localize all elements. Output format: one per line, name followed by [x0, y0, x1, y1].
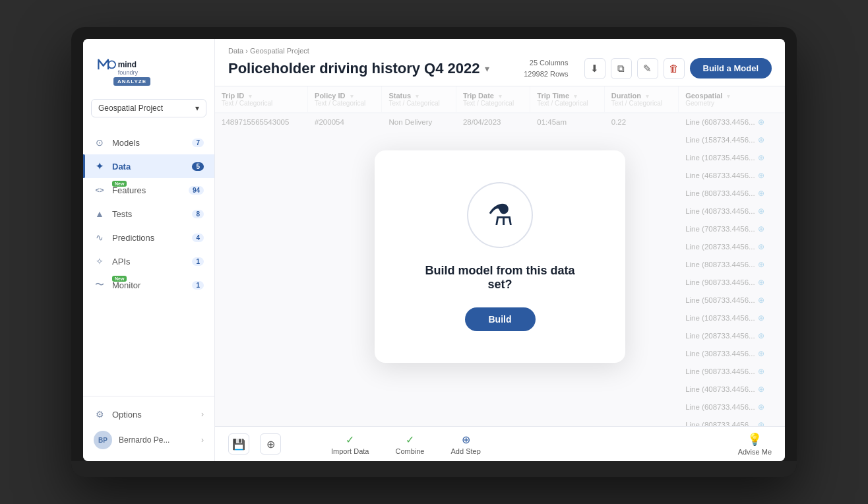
models-icon: ⊙	[94, 137, 106, 148]
breadcrumb: Data › Geospatial Project	[228, 47, 772, 55]
main-content: Data › Geospatial Project Policeholder d…	[215, 39, 785, 461]
add-step-label: Add Step	[451, 447, 481, 455]
breadcrumb-project[interactable]: Geospatial Project	[250, 47, 309, 55]
user-item[interactable]: BP Bernardo Pe... ›	[83, 425, 214, 455]
rows-count: 129982 Rows	[524, 69, 568, 80]
options-label: Options	[112, 410, 142, 420]
advise-label: Advise Me	[738, 448, 772, 456]
apis-icon: ✧	[94, 255, 106, 267]
sidebar-item-label: Data	[112, 162, 131, 172]
sidebar-item-label: APIs	[112, 257, 130, 267]
add-button[interactable]: ⊕	[260, 433, 281, 455]
bulb-icon: 💡	[747, 432, 762, 447]
combine-label: Combine	[395, 447, 424, 455]
data-area: Trip ID ▾ Text / Categorical Policy ID ▾…	[215, 86, 785, 426]
flask-circle: ⚗	[467, 182, 533, 248]
check-icon-combine: ✓	[406, 433, 414, 446]
logo-svg: mind foundry	[94, 52, 166, 76]
dataset-meta: 25 Columns 129982 Rows	[524, 57, 568, 79]
sidebar-bottom: ⚙ Options › BP Bernardo Pe... ›	[83, 396, 214, 461]
tests-icon: ▲	[94, 208, 106, 220]
flask-icon: ⚗	[487, 198, 513, 232]
data-icon: ✦	[94, 160, 106, 172]
sidebar-item-predictions[interactable]: ∿ Predictions 4	[83, 226, 214, 249]
build-model-button[interactable]: Build a Model	[690, 58, 772, 79]
svg-text:foundry: foundry	[118, 69, 139, 76]
data-badge: 5	[192, 162, 204, 171]
sidebar-item-models[interactable]: ⊙ Models 7	[83, 131, 214, 154]
top-bar: Data › Geospatial Project Policeholder d…	[215, 39, 785, 86]
bottom-toolbar: 💾 ⊕ ✓ Import Data ✓ Combine ⊕ Add Step 💡…	[215, 426, 785, 461]
user-name: Bernardo Pe...	[119, 435, 170, 445]
modal-title: Build model from this data set?	[412, 264, 588, 292]
sidebar-item-tests[interactable]: ▲ Tests 8	[83, 202, 214, 226]
monitor-badge: 1	[192, 281, 204, 290]
chevron-down-icon: ▾	[195, 104, 199, 113]
predictions-icon: ∿	[94, 232, 106, 243]
dataset-title-area: Policeholder driving history Q4 2022 ▾	[228, 60, 489, 77]
screen: mind foundry ANALYZE Geospatial Project …	[83, 39, 785, 461]
add-step-action[interactable]: ⊕ Add Step	[451, 433, 481, 455]
advise-me-button[interactable]: 💡 Advise Me	[738, 432, 772, 456]
import-data-label: Import Data	[331, 447, 369, 455]
models-badge: 7	[192, 139, 204, 147]
modal-card: ⚗ Build model from this data set? Build	[375, 150, 625, 363]
new-tag: New	[112, 181, 127, 187]
svg-text:mind: mind	[118, 61, 137, 70]
project-selector[interactable]: Geospatial Project ▾	[91, 99, 206, 117]
user-chevron-icon: ›	[201, 435, 204, 445]
header-right: 25 Columns 129982 Rows ⬇ ⧉ ✎ 🗑 Build a M…	[524, 57, 772, 79]
sidebar-item-label: Tests	[112, 209, 132, 219]
project-selector-label: Geospatial Project	[98, 104, 163, 113]
columns-count: 25 Columns	[524, 57, 568, 69]
header-actions: ⬇ ⧉ ✎ 🗑 Build a Model	[584, 58, 772, 79]
nav-items: ⊙ Models 7 ✦ Data 5 New <> Features 94 ▲	[83, 125, 214, 396]
copy-button[interactable]: ⧉	[611, 58, 632, 79]
edit-button[interactable]: ✎	[637, 58, 658, 79]
sidebar: mind foundry ANALYZE Geospatial Project …	[83, 39, 215, 461]
apis-badge: 1	[192, 257, 204, 266]
delete-button[interactable]: 🗑	[664, 58, 685, 79]
features-badge: 94	[189, 186, 204, 195]
modal-overlay: ⚗ Build model from this data set? Build	[215, 86, 785, 426]
options-left: ⚙ Options	[94, 408, 142, 420]
sidebar-item-monitor[interactable]: New 〜 Monitor 1	[83, 273, 214, 297]
dataset-header: Policeholder driving history Q4 2022 ▾ 2…	[228, 57, 772, 79]
tests-badge: 8	[192, 210, 204, 218]
chevron-right-icon: ›	[201, 410, 204, 419]
sidebar-item-data[interactable]: ✦ Data 5	[83, 154, 214, 178]
analyze-badge: ANALYZE	[113, 77, 150, 86]
monitor-icon: 〜	[94, 279, 106, 291]
download-button[interactable]: ⬇	[584, 58, 605, 79]
features-icon: <>	[94, 184, 106, 196]
add-step-icon: ⊕	[462, 433, 470, 446]
dataset-dropdown-icon[interactable]: ▾	[485, 63, 489, 74]
breadcrumb-data[interactable]: Data	[228, 47, 243, 55]
check-icon: ✓	[346, 433, 354, 446]
sidebar-item-label: Models	[112, 138, 140, 148]
logo-area: mind foundry ANALYZE	[83, 39, 214, 91]
save-button[interactable]: 💾	[228, 433, 249, 455]
dataset-title: Policeholder driving history Q4 2022	[228, 60, 480, 77]
sidebar-item-apis[interactable]: ✧ APIs 1	[83, 249, 214, 273]
svg-point-0	[108, 61, 115, 68]
predictions-badge: 4	[192, 234, 204, 242]
options-icon: ⚙	[94, 408, 106, 420]
sidebar-item-features[interactable]: New <> Features 94	[83, 178, 214, 202]
laptop-bottom	[71, 461, 797, 477]
laptop-frame: mind foundry ANALYZE Geospatial Project …	[71, 27, 797, 477]
combine-action[interactable]: ✓ Combine	[395, 433, 424, 455]
modal-build-button[interactable]: Build	[465, 307, 536, 331]
sidebar-item-label: Predictions	[112, 233, 154, 243]
new-tag-monitor: New	[112, 276, 127, 282]
options-item[interactable]: ⚙ Options ›	[83, 403, 214, 425]
import-data-action[interactable]: ✓ Import Data	[331, 433, 369, 455]
avatar: BP	[94, 431, 112, 449]
